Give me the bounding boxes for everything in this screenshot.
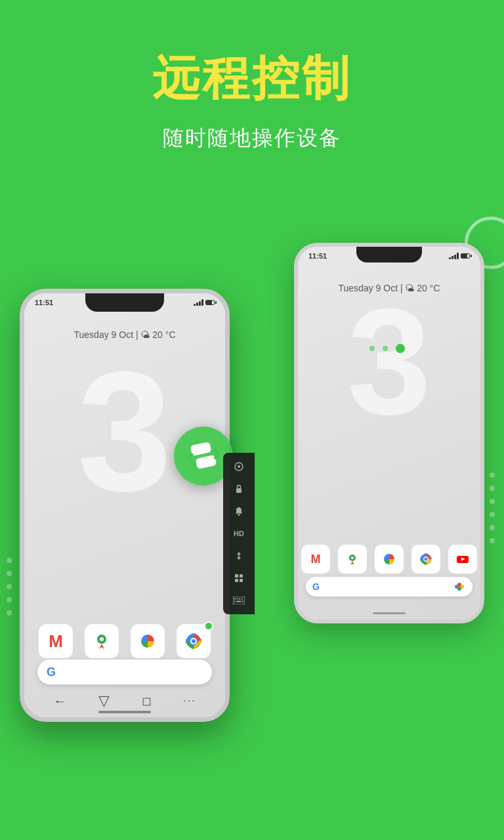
nav-more-icon: ··· xyxy=(183,695,196,707)
front-signal-icon xyxy=(194,299,203,306)
back-app-maps xyxy=(338,545,367,574)
front-phone-status-icons xyxy=(194,299,215,306)
nav-back-icon: ← xyxy=(53,694,66,709)
toolbar-lock-icon[interactable] xyxy=(226,479,252,499)
front-phone-app-dock: M xyxy=(24,624,225,658)
svg-rect-24 xyxy=(240,579,243,582)
nav-home-icon: ▽ xyxy=(98,692,110,709)
google-g-letter: G xyxy=(47,665,56,679)
svg-rect-31 xyxy=(237,601,242,602)
back-app-photos xyxy=(375,545,404,574)
svg-point-17 xyxy=(238,465,240,468)
front-phone-time: 11:51 xyxy=(35,299,53,306)
svg-rect-34 xyxy=(195,455,217,469)
svg-point-12 xyxy=(100,637,104,641)
phones-container: 11:51 xyxy=(0,190,504,840)
back-phone-number: 3 xyxy=(298,286,480,437)
svg-rect-30 xyxy=(234,601,236,602)
swap-icon-inner xyxy=(186,438,222,474)
phone-front: 11:51 xyxy=(20,289,230,722)
back-phone-apps: M xyxy=(298,545,480,574)
page-container: 远程控制 随时随地操作设备 11:51 xyxy=(0,0,504,840)
toolbar-grid-icon[interactable] xyxy=(226,568,252,588)
svg-point-1 xyxy=(351,556,354,559)
toolbar-keyboard-icon[interactable] xyxy=(226,591,252,610)
svg-point-19 xyxy=(238,514,240,516)
title-section: 远程控制 随时随地操作设备 xyxy=(152,52,352,153)
back-google-bar: G xyxy=(306,577,472,597)
svg-rect-23 xyxy=(235,579,238,582)
back-phone-status-icons xyxy=(449,253,470,259)
front-app-maps xyxy=(85,624,119,658)
front-home-indicator xyxy=(98,711,151,713)
back-app-chrome xyxy=(411,545,440,574)
toolbar-updown-icon[interactable] xyxy=(226,546,252,566)
nav-recent-icon: ◻ xyxy=(142,694,152,708)
svg-rect-26 xyxy=(234,598,236,600)
back-signal-icon xyxy=(449,253,459,259)
phone-back: 11:51 xyxy=(294,243,484,623)
back-home-indicator xyxy=(373,612,406,614)
svg-rect-18 xyxy=(236,488,242,493)
front-app-photos xyxy=(131,624,165,658)
svg-rect-25 xyxy=(233,597,245,604)
back-battery-icon xyxy=(461,253,470,259)
svg-point-15 xyxy=(192,639,196,643)
svg-rect-33 xyxy=(190,442,211,456)
back-phone-status-bar: 11:51 xyxy=(308,252,470,260)
svg-rect-22 xyxy=(240,574,243,578)
svg-point-10 xyxy=(457,587,461,591)
svg-rect-21 xyxy=(235,574,238,578)
svg-rect-28 xyxy=(239,598,240,600)
back-phone-time: 11:51 xyxy=(308,252,327,260)
front-google-bar: G xyxy=(37,660,212,684)
front-nav-bar: ← ▽ ◻ ··· xyxy=(24,692,225,709)
main-title: 远程控制 xyxy=(152,52,352,104)
svg-rect-27 xyxy=(237,598,238,600)
subtitle: 随时随地操作设备 xyxy=(152,124,352,153)
toolbar-link-icon[interactable] xyxy=(226,457,252,476)
front-phone-status-bar: 11:51 xyxy=(35,299,215,306)
front-app-gmail: M xyxy=(39,624,73,658)
front-app-chrome xyxy=(177,624,211,658)
front-battery-icon xyxy=(205,300,215,305)
svg-rect-32 xyxy=(242,601,243,602)
toolbar-overlay: HD xyxy=(223,453,255,614)
back-phone-dot-row xyxy=(369,344,405,353)
svg-point-4 xyxy=(425,558,428,561)
back-app-gmail: M xyxy=(301,545,330,574)
toolbar-hd-icon[interactable]: HD xyxy=(226,524,252,543)
toolbar-bell-icon[interactable] xyxy=(226,501,252,521)
back-app-youtube xyxy=(448,545,477,574)
svg-rect-29 xyxy=(242,598,243,600)
